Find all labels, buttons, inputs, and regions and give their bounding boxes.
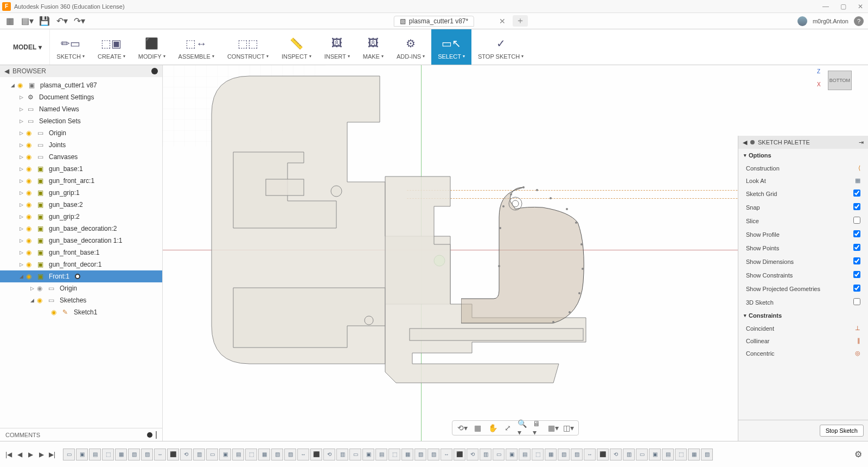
tree-item[interactable]: ▷◉▭Canvases [0,151,162,163]
timeline-feature[interactable]: ▭ [493,449,505,460]
timeline-feature[interactable]: ↔ [441,449,452,460]
viewport-icon[interactable]: ◫▾ [563,422,574,433]
checkbox[interactable] [853,285,860,292]
document-tab[interactable]: ▧ plasma_cutter1 v87* [394,16,474,27]
comments-panel[interactable]: COMMENTS [0,428,162,441]
tree-item[interactable]: ▷◉▭Origin [0,127,162,139]
grid-icon[interactable]: ▦▾ [548,422,559,433]
bulb-icon[interactable]: ◉ [26,141,34,149]
timeline-feature[interactable]: ▣ [76,449,88,460]
constraint-coincident[interactable]: Coincident⊥ [738,322,868,335]
timeline-feature[interactable]: ↔ [297,449,309,460]
timeline-feature[interactable]: ⟲ [323,449,335,460]
data-panel-icon[interactable]: ▦ [4,16,15,27]
checkbox[interactable] [853,298,860,305]
file-menu-icon[interactable]: ▤▾ [22,16,33,27]
tab-close-icon[interactable]: ✕ [499,17,506,26]
timeline-feature[interactable]: ▣ [219,449,231,460]
timeline-next-icon[interactable]: ▶ [37,450,46,459]
user-avatar[interactable] [797,16,807,26]
workspace-selector[interactable]: MODEL▾ [5,29,50,65]
checkbox[interactable] [853,190,860,197]
timeline-feature[interactable]: ⬚ [388,449,400,460]
palette-option-show-dimensions[interactable]: Show Dimensions [738,255,868,268]
bulb-icon[interactable]: ◉ [26,177,34,185]
stop-sketch-button[interactable]: Stop Sketch [820,425,864,437]
timeline-feature[interactable]: ▣ [506,449,518,460]
ribbon-stop-sketch[interactable]: ✓STOP SKETCH [471,29,530,65]
checkbox[interactable] [853,230,860,237]
browser-header[interactable]: ◀ BROWSER [0,65,162,77]
tree-item-sketches[interactable]: ◢ ◉ ▭ Sketches [0,294,162,306]
save-icon[interactable]: 💾 [39,16,50,27]
tree-item[interactable]: ▷◉▣gun_base:1 [0,163,162,175]
timeline-strip[interactable]: ▭▣▤⬚▦▧▨↔⬛⟲▥▭▣▤⬚▦▧▨↔⬛⟲▥▭▣▤⬚▦▧▨↔⬛⟲▥▭▣▤⬚▦▧▨… [63,449,851,460]
bulb-icon[interactable]: ◉ [17,81,25,89]
tree-item[interactable]: ▷◉▣gun_grip:2 [0,211,162,223]
constraint-collinear[interactable]: Collinear∥ [738,335,868,347]
timeline-feature[interactable]: ↔ [584,449,596,460]
timeline-feature[interactable]: ▤ [89,449,101,460]
bulb-icon[interactable]: ◉ [26,213,34,220]
pin-icon[interactable] [151,68,158,74]
timeline-feature[interactable]: ↔ [154,449,166,460]
timeline-feature[interactable]: ▨ [427,449,439,460]
timeline-feature[interactable]: ▦ [115,449,127,460]
bulb-icon[interactable]: ◉ [26,129,34,137]
tree-item[interactable]: ▷◉▣gun_front_decor:1 [0,258,162,270]
redo-icon[interactable]: ↷▾ [74,16,85,27]
bulb-icon[interactable]: ◉ [26,189,34,197]
construction-icon[interactable]: ⟨ [858,165,860,171]
bulb-icon[interactable]: ◉ [26,261,34,268]
tree-item[interactable]: ▷◉▣gun_grip:1 [0,187,162,199]
timeline-feature[interactable]: ▨ [571,449,583,460]
zoom-fit-icon[interactable]: 🔍▾ [518,422,528,433]
timeline-end-icon[interactable]: ▶| [48,450,56,459]
timeline-feature[interactable]: ▤ [375,449,387,460]
timeline-feature[interactable]: ▣ [649,449,661,460]
timeline-feature[interactable]: ▥ [480,449,492,460]
timeline-feature[interactable]: ▭ [636,449,648,460]
palette-option-look-at[interactable]: Look At▦ [738,174,868,187]
bulb-icon[interactable]: ◉ [26,165,34,173]
tree-item[interactable]: ▷⚙Document Settings [0,91,162,103]
ribbon-assemble[interactable]: ⬚↔ASSEMBLE [172,29,221,65]
tree-item[interactable]: ▷◉▣gun_front_arc:1 [0,175,162,187]
timeline-feature[interactable]: ▤ [662,449,674,460]
timeline-feature[interactable]: ▧ [701,449,713,460]
tree-item[interactable]: ▷▭Named Views [0,103,162,115]
tree-item[interactable]: ▷◉▣gun_base_decoration 1:1 [0,235,162,247]
timeline-feature[interactable]: ⬛ [597,449,609,460]
checkbox[interactable] [853,257,860,264]
help-icon[interactable]: ? [854,16,864,26]
timeline-feature[interactable]: ▦ [401,449,413,460]
tree-item[interactable]: ▷◉▣gun_base_decoration:2 [0,223,162,235]
bulb-icon[interactable]: ◉ [37,285,44,292]
bulb-icon[interactable]: ◉ [26,273,34,280]
palette-header[interactable]: ◀ SKETCH PALETTE ⇥ [738,136,868,149]
new-tab-icon[interactable]: ＋ [513,15,528,27]
timeline-feature[interactable]: ⟲ [467,449,478,460]
palette-option-snap[interactable]: Snap [738,200,868,214]
timeline-feature[interactable]: ▧ [558,449,570,460]
timeline-feature[interactable]: ⬚ [102,449,114,460]
collapse-icon[interactable]: ◀ [4,67,9,75]
timeline-feature[interactable]: ▤ [519,449,531,460]
ribbon-construct[interactable]: ⬚⬚CONSTRUCT [221,29,275,65]
checkbox[interactable] [853,271,860,278]
options-section[interactable]: Options [738,149,868,162]
timeline-prev-icon[interactable]: ◀ [15,450,24,459]
checkbox[interactable] [853,203,860,210]
palette-option-slice[interactable]: Slice [738,214,868,228]
bulb-icon[interactable]: ◉ [26,249,34,256]
timeline-feature[interactable]: ▭ [349,449,361,460]
timeline-feature[interactable]: ▦ [258,449,270,460]
timeline-feature[interactable]: ▦ [545,449,557,460]
display-icon[interactable]: 🖥▾ [533,422,544,433]
tree-item[interactable]: ▷◉▭Joints [0,139,162,151]
look-at-icon[interactable]: ▦ [472,422,483,433]
timeline-feature[interactable]: ⟲ [610,449,622,460]
tree-item-origin-sub[interactable]: ▷ ◉ ▭ Origin [0,282,162,294]
sketch-profile[interactable] [461,185,624,348]
timeline-feature[interactable]: ▥ [623,449,635,460]
